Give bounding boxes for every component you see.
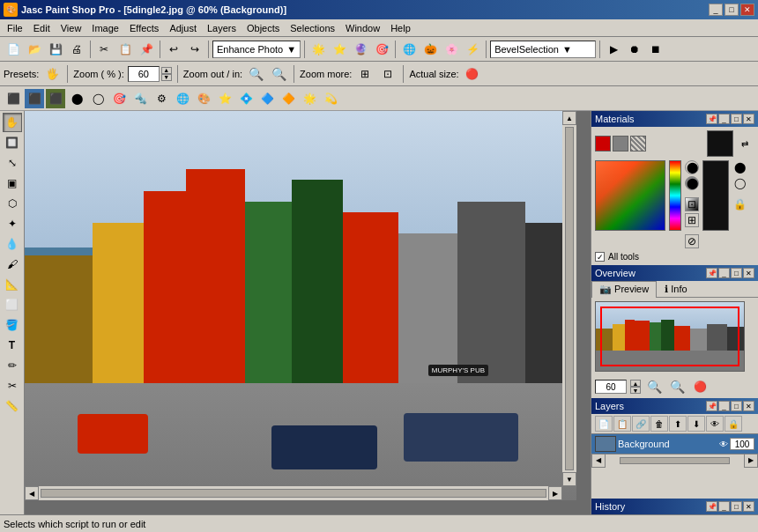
enhance-dropdown[interactable]: Enhance Photo ▼ <box>212 41 301 58</box>
save-button[interactable]: 💾 <box>46 40 65 59</box>
script-btn9[interactable]: 🌐 <box>173 89 192 108</box>
color-none[interactable]: ⊘ <box>685 234 699 248</box>
menu-help[interactable]: Help <box>385 19 416 36</box>
vis-layer-btn[interactable]: 👁 <box>706 416 724 432</box>
zoom-down-btn[interactable]: ▼ <box>161 74 172 81</box>
script-btn5[interactable]: ◯ <box>88 89 108 108</box>
menu-objects[interactable]: Objects <box>242 19 285 36</box>
ov-zoom-down[interactable]: ▼ <box>630 387 641 394</box>
up-layer-btn[interactable]: ⬆ <box>669 416 687 432</box>
color-opt4[interactable]: ⊞ <box>685 213 699 227</box>
overview-zoom-input[interactable] <box>595 380 627 394</box>
freehand-tool[interactable]: ⬡ <box>3 194 22 213</box>
copt1[interactable]: ⬤ <box>732 160 747 174</box>
script-btn11[interactable]: ⭐ <box>215 89 234 108</box>
pattern-swatch[interactable] <box>630 136 646 151</box>
overview-pin-btn[interactable]: 📌 <box>706 268 717 278</box>
materials-min-btn[interactable]: _ <box>718 114 730 124</box>
new-layer-btn[interactable]: 📄 <box>595 416 613 432</box>
ov-zoom-up[interactable]: ▲ <box>630 380 641 387</box>
layer-visibility[interactable]: 👁 <box>719 440 728 449</box>
all-tools-checkbox[interactable]: ✓ <box>595 252 605 262</box>
minimize-button[interactable]: _ <box>709 4 723 16</box>
tb-icon2[interactable]: ⭐ <box>330 40 349 59</box>
open-button[interactable]: 📂 <box>25 40 44 59</box>
script-btn13[interactable]: 🔷 <box>257 89 277 108</box>
scroll-thumb-v[interactable] <box>565 127 574 470</box>
fill-tool[interactable]: 🪣 <box>3 315 22 335</box>
layers-max-btn[interactable]: □ <box>731 401 742 411</box>
vertical-scrollbar[interactable]: ▲ ▼ <box>562 111 576 486</box>
script-btn16[interactable]: 💫 <box>321 89 340 108</box>
materials-close-btn[interactable]: ✕ <box>743 114 754 124</box>
clone-tool[interactable]: 📐 <box>3 275 22 294</box>
zoom-in-btn[interactable]: 🔍 <box>269 64 288 84</box>
draw-tool[interactable]: ✏ <box>3 356 22 375</box>
zoom-tool[interactable]: 🔲 <box>3 133 22 152</box>
color-opt3[interactable]: ⊡ <box>685 197 699 211</box>
script-btn8[interactable]: ⚙ <box>152 89 171 108</box>
copt2[interactable]: ◯ <box>732 176 747 190</box>
cut-button[interactable]: ✂ <box>94 40 114 59</box>
history-max-btn[interactable]: □ <box>731 501 742 512</box>
materials-pin-btn[interactable]: 📌 <box>706 114 717 124</box>
tab-info[interactable]: ℹ Info <box>657 281 695 297</box>
ruler-tool[interactable]: 📏 <box>3 396 22 416</box>
overview-max-btn[interactable]: □ <box>731 268 742 278</box>
script-btn6[interactable]: 🎯 <box>109 89 129 108</box>
script-btn15[interactable]: 🌟 <box>300 89 319 108</box>
script-btn14[interactable]: 🔶 <box>279 89 298 108</box>
zoom-input[interactable] <box>128 66 160 82</box>
history-min-btn[interactable]: _ <box>718 501 730 512</box>
script-btn3[interactable]: ⬛ <box>46 89 65 108</box>
stop-button[interactable]: ⏹ <box>646 40 665 59</box>
tb-icon4[interactable]: 🎯 <box>372 40 391 59</box>
layers-scroll-left[interactable]: ◀ <box>591 454 606 468</box>
selection-tool[interactable]: ▣ <box>3 174 22 193</box>
layers-scroll-right[interactable]: ▶ <box>744 454 758 468</box>
horizontal-scrollbar[interactable]: ◀ ▶ <box>25 486 562 500</box>
scroll-left-arrow[interactable]: ◀ <box>25 486 39 500</box>
color-gradient[interactable] <box>595 160 665 231</box>
zoom-fit-icon[interactable]: 🔴 <box>690 377 710 396</box>
color-opt2[interactable]: ⬤ <box>685 176 699 190</box>
tb-icon5[interactable]: 🌐 <box>399 40 419 59</box>
hue-bar[interactable] <box>669 160 681 231</box>
color-opt1[interactable]: ⬤ <box>685 160 699 174</box>
tb-icon3[interactable]: 🔮 <box>351 40 370 59</box>
foreground-swatch[interactable] <box>595 136 611 151</box>
zoom-in-icon[interactable]: 🔍 <box>667 377 687 396</box>
script-btn1[interactable]: ⬛ <box>4 89 23 108</box>
tb-icon1[interactable]: 🌟 <box>308 40 328 59</box>
zoom-out-icon[interactable]: 🔍 <box>644 377 664 396</box>
tb-icon6[interactable]: 🎃 <box>420 40 440 59</box>
layer-row-background[interactable]: Background 👁 <box>591 434 758 454</box>
menu-view[interactable]: View <box>56 19 87 36</box>
menu-adjust[interactable]: Adjust <box>164 19 202 36</box>
layers-hscroll[interactable]: ◀ ▶ <box>591 454 758 466</box>
preset-btn[interactable]: 🖐 <box>42 64 62 84</box>
scroll-thumb-h[interactable] <box>41 489 546 498</box>
play-button[interactable]: ▶ <box>604 40 623 59</box>
script-btn4[interactable]: ⬤ <box>67 89 86 108</box>
layers-min-btn[interactable]: _ <box>718 401 730 411</box>
text-tool[interactable]: T <box>3 336 22 355</box>
copt3[interactable]: 🔒 <box>732 197 747 211</box>
scroll-down-arrow[interactable]: ▼ <box>562 472 576 486</box>
canvas-container[interactable]: MURPHY'S PUB ▲ ▼ ◀ ▶ <box>25 111 591 514</box>
paste-button[interactable]: 📌 <box>137 40 156 59</box>
group-layer-btn[interactable]: 🔗 <box>632 416 650 432</box>
zoom-up-btn[interactable]: ▲ <box>161 67 172 74</box>
scroll-right-arrow[interactable]: ▶ <box>548 486 562 500</box>
script-btn12[interactable]: 💠 <box>236 89 256 108</box>
del-layer-btn[interactable]: 🗑 <box>650 416 668 432</box>
overview-min-btn[interactable]: _ <box>718 268 730 278</box>
move-tool[interactable]: ✋ <box>3 113 22 132</box>
script-btn7[interactable]: 🔩 <box>130 89 150 108</box>
record-button[interactable]: ⏺ <box>625 40 644 59</box>
script-btn10[interactable]: 🎨 <box>194 89 213 108</box>
bevel-dropdown[interactable]: BevelSelection ▼ <box>490 41 596 58</box>
zoom-fit-btn[interactable]: ⊞ <box>355 64 375 84</box>
deform-tool[interactable]: ⤡ <box>3 153 22 173</box>
menu-image[interactable]: Image <box>86 19 124 36</box>
